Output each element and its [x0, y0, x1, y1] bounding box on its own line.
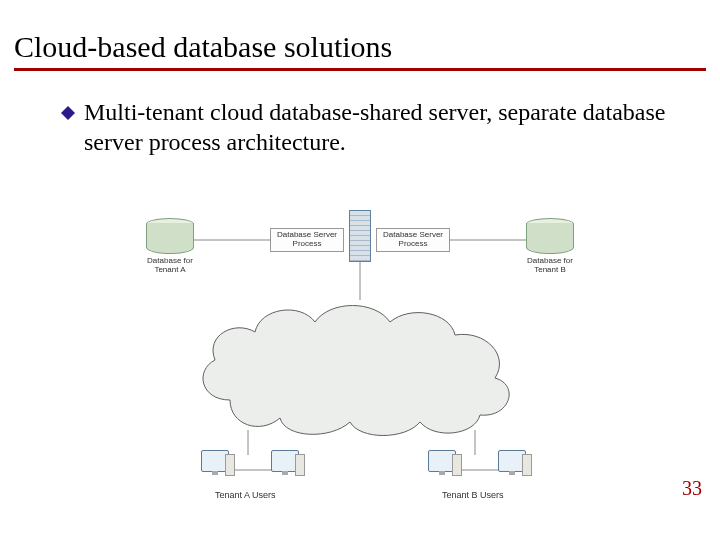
db-server-process-right: Database Server Process	[376, 228, 450, 252]
db-server-process-left: Database Server Process	[270, 228, 344, 252]
cloud-icon	[190, 290, 530, 430]
db-right-label: Database for Tenant B	[520, 256, 580, 274]
bullet-item: Multi-tenant cloud database-shared serve…	[14, 97, 706, 157]
pc-tenant-b-2	[492, 450, 532, 472]
page-number: 33	[682, 477, 702, 500]
rack-icon	[349, 210, 371, 262]
users-right-label: Tenant B Users	[442, 490, 504, 500]
users-left-label: Tenant A Users	[215, 490, 276, 500]
database-tenant-a: Database for Tenant A	[140, 218, 200, 274]
pc-tenant-a-1	[195, 450, 235, 472]
svg-marker-0	[61, 106, 75, 120]
slide-title: Cloud-based database solutions	[14, 30, 706, 71]
slide: Cloud-based database solutions Multi-ten…	[0, 0, 720, 540]
architecture-diagram: Database for Tenant A Database for Tenan…	[140, 210, 580, 510]
diamond-bullet-icon	[60, 105, 76, 125]
bullet-text: Multi-tenant cloud database-shared serve…	[84, 97, 676, 157]
database-tenant-b: Database for Tenant B	[520, 218, 580, 274]
pc-tenant-a-2	[265, 450, 305, 472]
server-rack	[340, 210, 380, 262]
db-left-label: Database for Tenant A	[140, 256, 200, 274]
pc-tenant-b-1	[422, 450, 462, 472]
